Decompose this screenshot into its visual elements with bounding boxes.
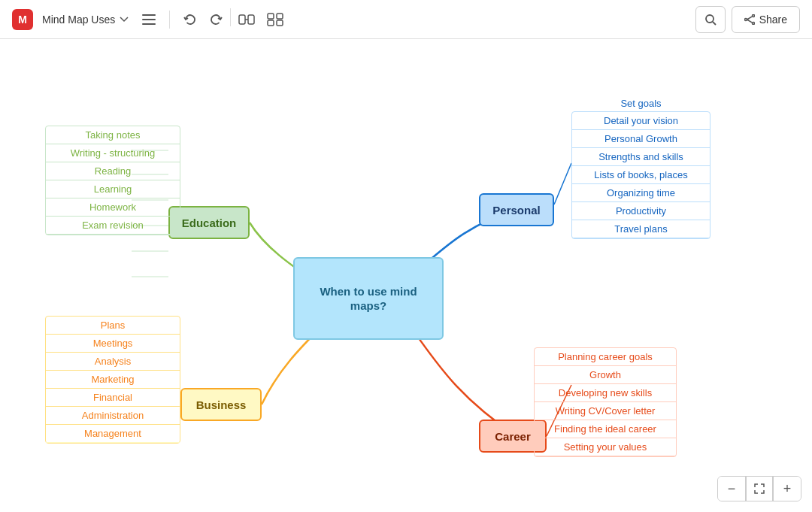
search-button[interactable] (695, 6, 726, 33)
svg-point-13 (752, 22, 754, 24)
title-text: Mind Map Uses (42, 14, 115, 26)
per-leaf-4[interactable]: Organizing time (572, 184, 710, 202)
car-leaf-2[interactable]: Developing new skills (535, 384, 676, 402)
insert-button[interactable] (234, 8, 259, 31)
career-leaves-box: Planning career goals Growth Developing … (534, 347, 677, 457)
personal-leaves-box: Detail your vision Personal Growth Stren… (571, 111, 710, 239)
zoom-fit-button[interactable] (746, 477, 773, 501)
per-leaf-0[interactable]: Detail your vision (572, 112, 710, 130)
car-leaf-3[interactable]: Writing CV/Cover letter (535, 402, 676, 420)
svg-line-24 (554, 163, 571, 204)
per-leaf-3[interactable]: Lists of books, places (572, 166, 710, 184)
svg-rect-7 (277, 14, 283, 19)
svg-rect-8 (268, 20, 274, 26)
svg-point-10 (706, 15, 714, 23)
svg-rect-6 (268, 14, 274, 19)
edu-leaf-2[interactable]: Reading (46, 162, 180, 180)
svg-rect-1 (142, 19, 156, 20)
edu-leaf-3[interactable]: Learning (46, 180, 180, 198)
career-leaves: Planning career goals Growth Developing … (534, 347, 677, 457)
biz-leaf-3[interactable]: Marketing (46, 371, 180, 389)
canvas: When to use mind maps? Education Persona… (0, 39, 812, 512)
undo-button[interactable] (179, 8, 201, 31)
svg-line-15 (747, 16, 752, 19)
biz-leaf-6[interactable]: Management (46, 425, 180, 443)
car-leaf-4[interactable]: Finding the ideal career (535, 420, 676, 438)
svg-point-14 (744, 18, 747, 20)
zoom-out-button[interactable]: − (718, 477, 745, 501)
edu-leaf-0[interactable]: Taking notes (46, 126, 180, 144)
center-node[interactable]: When to use mind maps? (293, 257, 444, 340)
personal-label: Personal (492, 204, 540, 217)
business-node[interactable]: Business (180, 388, 262, 421)
car-leaf-5[interactable]: Setting your values (535, 438, 676, 456)
svg-line-11 (713, 22, 716, 25)
share-label: Share (759, 14, 787, 26)
biz-leaf-1[interactable]: Meetings (46, 335, 180, 353)
car-leaf-1[interactable]: Growth (535, 366, 676, 384)
personal-top-label: Set goals (571, 98, 710, 109)
personal-leaves: Set goals Detail your vision Personal Gr… (571, 98, 710, 239)
biz-leaf-0[interactable]: Plans (46, 317, 180, 335)
zoom-controls: − + (717, 476, 801, 501)
zoom-in-button[interactable]: + (774, 477, 801, 501)
svg-rect-4 (248, 15, 254, 24)
education-node[interactable]: Education (168, 206, 250, 239)
svg-rect-3 (239, 15, 245, 24)
share-button[interactable]: Share (732, 6, 800, 33)
education-leaves: Taking notes Writing - structuring Readi… (45, 126, 180, 235)
career-label: Career (495, 430, 531, 443)
car-leaf-0[interactable]: Planning career goals (535, 348, 676, 366)
layout-button[interactable] (262, 8, 288, 31)
center-text: When to use mind maps? (305, 284, 432, 314)
biz-leaf-5[interactable]: Administration (46, 407, 180, 425)
divider (169, 11, 170, 29)
toolbar: M Mind Map Uses (0, 0, 812, 39)
edu-leaf-5[interactable]: Exam revision (46, 217, 180, 235)
biz-leaf-2[interactable]: Analysis (46, 353, 180, 371)
education-label: Education (182, 217, 237, 229)
divider2 (230, 8, 231, 26)
per-leaf-2[interactable]: Strengths and skills (572, 148, 710, 166)
edu-leaf-1[interactable]: Writing - structuring (46, 144, 180, 162)
svg-rect-0 (142, 14, 156, 16)
svg-line-16 (747, 20, 752, 23)
menu-button[interactable] (138, 10, 160, 29)
redo-button[interactable] (205, 8, 227, 31)
app-logo: M (12, 9, 33, 30)
title-button[interactable]: Mind Map Uses (42, 14, 129, 26)
personal-node[interactable]: Personal (479, 193, 554, 226)
business-leaves: Plans Meetings Analysis Marketing Financ… (45, 316, 180, 444)
biz-leaf-4[interactable]: Financial (46, 389, 180, 407)
per-leaf-5[interactable]: Productivity (572, 202, 710, 220)
per-leaf-6[interactable]: Travel plans (572, 220, 710, 238)
svg-point-12 (752, 14, 754, 17)
business-label: Business (196, 398, 247, 411)
svg-rect-9 (277, 20, 283, 26)
svg-rect-2 (142, 23, 156, 25)
edu-leaf-4[interactable]: Homework (46, 198, 180, 217)
per-leaf-1[interactable]: Personal Growth (572, 130, 710, 148)
